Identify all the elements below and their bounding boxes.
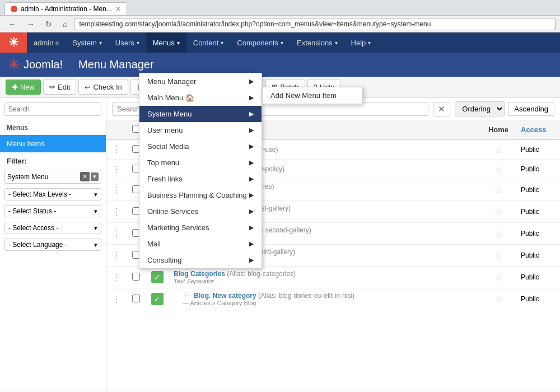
arrow-right-icon: ▶ [249, 159, 254, 166]
social-media-item[interactable]: Social Media ▶ [139, 138, 262, 155]
menu-manager-item[interactable]: Menu Manager ▶ [139, 73, 262, 90]
arrow-right-icon: ▶ [249, 224, 254, 231]
consulting-item[interactable]: Consulting ▶ [139, 252, 262, 268]
main-menu-item[interactable]: Main Menu 🏠 ▶ [139, 90, 262, 106]
business-planning-item[interactable]: Business Planning & Coaching ▶ [139, 187, 262, 203]
arrow-right-icon: ▶ [249, 240, 254, 248]
arrow-right-icon: ▶ [249, 208, 254, 215]
user-menu-item[interactable]: User menu ▶ [139, 122, 262, 138]
online-services-item[interactable]: Online Services ▶ [139, 203, 262, 220]
arrow-right-icon: ▶ [249, 175, 254, 183]
menus-dropdown: Menu Manager ▶ Main Menu 🏠 ▶ System Menu… [139, 73, 262, 269]
arrow-right-icon: ▶ [249, 110, 254, 118]
arrow-right-icon: ▶ [249, 192, 254, 199]
top-menu-item[interactable]: Top menu ▶ [139, 155, 262, 171]
mail-item[interactable]: Mail ▶ [139, 236, 262, 252]
fresh-links-item[interactable]: Fresh links ▶ [139, 171, 262, 187]
arrow-right-icon: ▶ [249, 256, 254, 264]
arrow-right-icon: ▶ [249, 143, 254, 150]
arrow-right-icon: ▶ [249, 127, 254, 134]
arrow-right-icon: ▶ [249, 94, 254, 101]
add-new-menu-item[interactable]: Add New Menu Item [263, 87, 362, 104]
arrow-right-icon: ▶ [249, 78, 254, 85]
menus-dropdown-overlay[interactable] [0, 0, 560, 392]
system-menu-submenu: Add New Menu Item [262, 87, 363, 104]
marketing-services-item[interactable]: Marketing Services ▶ [139, 220, 262, 236]
system-menu-item[interactable]: System Menu ▶ [139, 106, 262, 122]
